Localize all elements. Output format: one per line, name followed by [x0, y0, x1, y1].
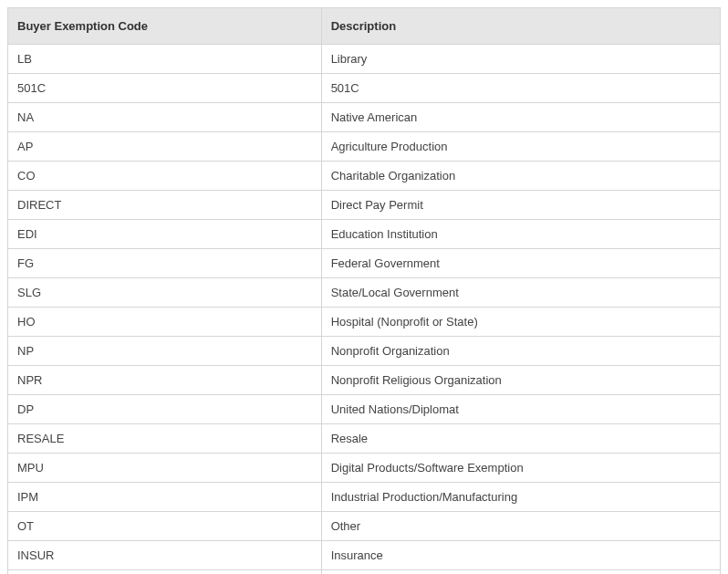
table-row: IPM Industrial Production/Manufacturing [8, 483, 721, 512]
cell-code: SBE [8, 570, 322, 575]
cell-code: NPR [8, 366, 322, 395]
cell-description: Insurance [321, 541, 720, 570]
cell-description: Library [321, 45, 720, 74]
cell-description: Direct Pay Permit [321, 191, 720, 220]
cell-description: Other [321, 512, 720, 541]
table-row: HO Hospital (Nonprofit or State) [8, 308, 721, 337]
cell-code: DIRECT [8, 191, 322, 220]
cell-description: Federal Government [321, 249, 720, 278]
cell-description: Nonprofit Organization [321, 337, 720, 366]
cell-description: Industrial Production/Manufacturing [321, 483, 720, 512]
table-header-row: Buyer Exemption Code Description [8, 8, 721, 45]
table-row: SBE Small Business Exemption [8, 570, 721, 575]
table-row: 501C 501C [8, 74, 721, 103]
cell-description: Hospital (Nonprofit or State) [321, 308, 720, 337]
table-row: OT Other [8, 512, 721, 541]
cell-description: Charitable Organization [321, 162, 720, 191]
cell-code: AP [8, 132, 322, 162]
cell-description: Resale [321, 424, 720, 454]
table-row: LB Library [8, 45, 721, 74]
exemption-code-table: Buyer Exemption Code Description LB Libr… [7, 7, 721, 574]
table-row: RESALE Resale [8, 424, 721, 454]
table-row: NA Native American [8, 103, 721, 132]
table-row: DP United Nations/Diplomat [8, 395, 721, 424]
cell-code: CO [8, 162, 322, 191]
cell-code: NP [8, 337, 322, 366]
header-description: Description [321, 8, 720, 45]
cell-code: LB [8, 45, 322, 74]
cell-code: IPM [8, 483, 322, 512]
cell-code: NA [8, 103, 322, 132]
cell-description: State/Local Government [321, 278, 720, 308]
table-row: MPU Digital Products/Software Exemption [8, 454, 721, 483]
cell-code: 501C [8, 74, 322, 103]
cell-description: Native American [321, 103, 720, 132]
cell-description: Education Institution [321, 220, 720, 249]
cell-description: Nonprofit Religious Organization [321, 366, 720, 395]
cell-code: FG [8, 249, 322, 278]
cell-code: OT [8, 512, 322, 541]
table-row: CO Charitable Organization [8, 162, 721, 191]
table-row: AP Agriculture Production [8, 132, 721, 162]
cell-code: INSUR [8, 541, 322, 570]
cell-description: 501C [321, 74, 720, 103]
header-code: Buyer Exemption Code [8, 8, 322, 45]
cell-code: SLG [8, 278, 322, 308]
table-row: DIRECT Direct Pay Permit [8, 191, 721, 220]
table-row: SLG State/Local Government [8, 278, 721, 308]
cell-code: RESALE [8, 424, 322, 454]
table-row: FG Federal Government [8, 249, 721, 278]
table-row: NP Nonprofit Organization [8, 337, 721, 366]
cell-code: MPU [8, 454, 322, 483]
cell-description: Small Business Exemption [321, 570, 720, 575]
table-row: INSUR Insurance [8, 541, 721, 570]
cell-description: Digital Products/Software Exemption [321, 454, 720, 483]
cell-description: Agriculture Production [321, 132, 720, 162]
cell-code: EDI [8, 220, 322, 249]
cell-code: DP [8, 395, 322, 424]
cell-description: United Nations/Diplomat [321, 395, 720, 424]
table-row: EDI Education Institution [8, 220, 721, 249]
cell-code: HO [8, 308, 322, 337]
table-row: NPR Nonprofit Religious Organization [8, 366, 721, 395]
